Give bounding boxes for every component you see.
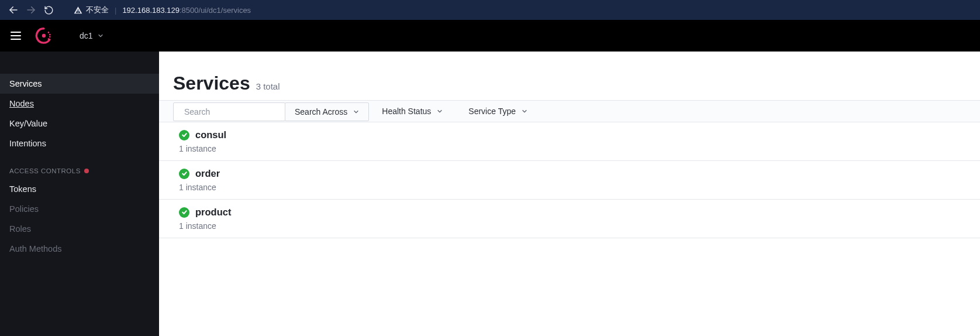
security-status[interactable]: 不安全 (74, 5, 109, 15)
status-passing-icon (179, 207, 189, 218)
svg-point-3 (48, 32, 50, 33)
chevron-down-icon (522, 108, 527, 114)
filter-service-type[interactable]: Service Type (456, 101, 540, 122)
search-across-label: Search Across (295, 107, 347, 116)
search-input-wrap[interactable] (173, 102, 285, 121)
separator: | (115, 6, 116, 15)
status-passing-icon (179, 169, 189, 179)
security-label: 不安全 (86, 5, 109, 15)
svg-point-6 (48, 38, 50, 40)
sidebar-item-label: Tokens (9, 184, 36, 194)
filter-health-status[interactable]: Health Status (369, 101, 456, 122)
url-text[interactable]: 192.168.183.129:8500/ui/dc1/services (122, 6, 251, 15)
consul-logo-icon (35, 27, 53, 44)
app-header: dc1 (0, 20, 980, 52)
service-instances: 1 instance (179, 183, 980, 192)
warning-dot-icon (84, 169, 89, 173)
sidebar-item-roles[interactable]: Roles (0, 219, 159, 239)
sidebar-item-keyvalue[interactable]: Key/Value (0, 114, 159, 133)
search-input[interactable] (184, 107, 287, 116)
service-name: consul (195, 129, 226, 140)
back-button[interactable] (5, 1, 22, 19)
sidebar-item-label: Auth Methods (9, 244, 61, 253)
sidebar-item-tokens[interactable]: Tokens (0, 179, 159, 199)
sidebar-section-access-controls: ACCESS CONTROLS (0, 153, 159, 179)
main-content: Services 3 total Search Across Health St… (159, 52, 980, 336)
service-instances: 1 instance (179, 221, 980, 231)
search-across-dropdown[interactable]: Search Across (285, 102, 369, 121)
sidebar-item-label: Key/Value (9, 119, 47, 128)
service-row[interactable]: consul 1 instance (159, 122, 980, 161)
url-path: :8500/ui/dc1/services (180, 6, 251, 15)
section-label-text: ACCESS CONTROLS (9, 167, 81, 174)
reload-icon (44, 5, 54, 15)
browser-address-bar: 不安全 | 192.168.183.129:8500/ui/dc1/servic… (0, 0, 980, 20)
datacenter-picker[interactable]: dc1 (80, 31, 103, 40)
service-name: product (195, 207, 231, 218)
service-instances: 1 instance (179, 144, 980, 153)
reload-button[interactable] (40, 1, 57, 19)
service-row[interactable]: order 1 instance (159, 161, 980, 200)
menu-button[interactable] (11, 29, 23, 42)
sidebar-item-label: Nodes (9, 99, 34, 108)
services-list: consul 1 instance order 1 instance (159, 122, 980, 238)
sidebar-item-label: Policies (9, 204, 39, 214)
filter-bar: Search Across Health Status Service Type (159, 100, 980, 122)
chevron-down-icon (437, 108, 443, 114)
arrow-left-icon (8, 5, 19, 15)
chevron-down-icon (353, 109, 359, 115)
sidebar-item-label: Services (9, 79, 42, 88)
svg-point-4 (49, 34, 51, 36)
page-count: 3 total (256, 81, 280, 91)
sidebar: Services Nodes Key/Value Intentions ACCE… (0, 52, 159, 336)
filter-label: Service Type (468, 107, 516, 116)
warning-icon (74, 6, 82, 15)
sidebar-item-label: Roles (9, 224, 31, 234)
arrow-right-icon (26, 5, 36, 15)
status-passing-icon (179, 130, 189, 140)
chevron-down-icon (98, 33, 103, 39)
sidebar-item-nodes[interactable]: Nodes (0, 94, 159, 114)
sidebar-item-policies[interactable]: Policies (0, 199, 159, 219)
consul-logo[interactable] (35, 27, 53, 44)
svg-point-2 (42, 34, 46, 37)
forward-button[interactable] (22, 1, 40, 19)
datacenter-label: dc1 (80, 31, 93, 40)
sidebar-item-services[interactable]: Services (0, 74, 159, 94)
sidebar-item-intentions[interactable]: Intentions (0, 133, 159, 153)
service-row[interactable]: product 1 instance (159, 200, 980, 238)
page-title: Services (173, 73, 250, 94)
filter-label: Health Status (382, 107, 431, 116)
url-host: 192.168.183.129 (122, 6, 180, 15)
sidebar-item-auth-methods[interactable]: Auth Methods (0, 239, 159, 259)
svg-point-5 (49, 36, 51, 38)
service-name: order (195, 168, 220, 179)
sidebar-item-label: Intentions (9, 139, 46, 148)
